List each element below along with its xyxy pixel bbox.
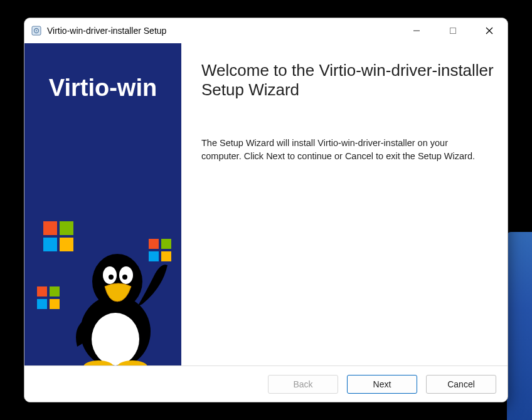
wizard-heading: Welcome to the Virtio-win-driver-install… bbox=[201, 61, 494, 99]
titlebar[interactable]: Virtio-win-driver-installer Setup bbox=[24, 18, 508, 43]
content-area: Virtio-win bbox=[24, 43, 508, 365]
minimize-button[interactable] bbox=[398, 18, 435, 43]
windows-logo-icon bbox=[37, 286, 60, 309]
svg-point-13 bbox=[122, 275, 127, 280]
window-title: Virtio-win-driver-installer Setup bbox=[47, 26, 398, 36]
back-button: Back bbox=[268, 375, 338, 394]
wizard-body-text: The Setup Wizard will install Virtio-win… bbox=[201, 137, 477, 162]
maximize-button[interactable] bbox=[435, 18, 471, 43]
wizard-sidebar: Virtio-win bbox=[24, 43, 181, 365]
next-button[interactable]: Next bbox=[347, 375, 417, 394]
cancel-button[interactable]: Cancel bbox=[426, 375, 496, 394]
wizard-main: Welcome to the Virtio-win-driver-install… bbox=[181, 43, 508, 365]
svg-point-2 bbox=[36, 30, 37, 31]
tux-penguin-icon bbox=[68, 244, 169, 365]
desktop-background-strip bbox=[507, 232, 532, 420]
wizard-footer: Back Next Cancel bbox=[24, 365, 508, 402]
msi-installer-icon bbox=[31, 25, 42, 36]
window-controls bbox=[398, 18, 508, 43]
sidebar-brand: Virtio-win bbox=[24, 75, 181, 102]
svg-point-8 bbox=[92, 313, 139, 365]
close-button[interactable] bbox=[471, 18, 508, 43]
svg-rect-4 bbox=[450, 28, 456, 34]
svg-point-12 bbox=[109, 275, 114, 280]
installer-window: Virtio-win-driver-installer Setup Virtio… bbox=[24, 18, 508, 402]
